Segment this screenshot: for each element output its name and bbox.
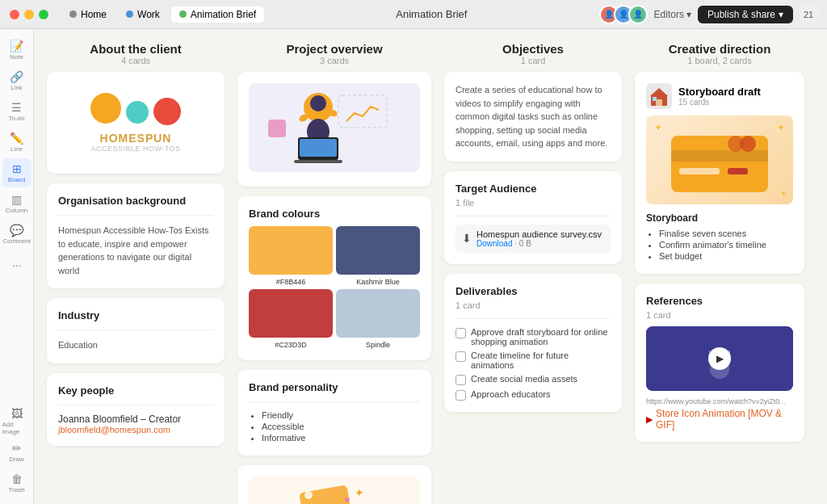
sidebar-item-draw[interactable]: ✏ Draw bbox=[2, 438, 31, 467]
sidebar-item-link[interactable]: 🔗 Link bbox=[2, 66, 31, 95]
swatch-wrapper-2: Kashmir Blue bbox=[336, 226, 420, 286]
personality-item-2: Accessible bbox=[262, 422, 420, 431]
sidebar-item-comment[interactable]: 💬 Comment bbox=[2, 220, 31, 249]
svg-rect-7 bbox=[300, 139, 337, 157]
personality-item-1: Friendly bbox=[262, 410, 420, 420]
check-item-3: Create social media assets bbox=[455, 374, 611, 385]
storyboard-count: 15 cards bbox=[678, 98, 793, 107]
star-bottom-right: ✦ bbox=[780, 189, 787, 198]
deliverables-title: Deliverables bbox=[455, 285, 611, 297]
industry-card[interactable]: Industry Education bbox=[47, 298, 225, 363]
column-header-project-overview: Project overview 3 cards bbox=[237, 42, 431, 65]
storyboard-thumbnail bbox=[646, 83, 672, 109]
key-people-card[interactable]: Key people Joanna Bloomfield – Creator j… bbox=[47, 373, 225, 446]
column-project-overview: Project overview 3 cards bbox=[237, 42, 431, 491]
sidebar-item-more[interactable]: ··· bbox=[2, 250, 31, 279]
check-label-2: Create timeline for future animations bbox=[471, 351, 611, 370]
column-header-about-client: About the client 4 cards bbox=[47, 42, 225, 65]
trash-icon: 🗑 bbox=[11, 473, 23, 485]
column-header-creative-direction: Creative direction 1 board, 2 cards bbox=[635, 42, 804, 65]
storyboard-bullets: Finalise seven scenes Confirm animator's… bbox=[646, 229, 793, 261]
sidebar-item-trash[interactable]: 🗑 Trash bbox=[2, 468, 31, 498]
tab-dot-work bbox=[126, 10, 133, 18]
storyboard-card[interactable]: Storyboard draft 15 cards ✦ ✦ ✦ bbox=[635, 72, 804, 274]
tab-home[interactable]: Home bbox=[61, 6, 115, 23]
tab-animation-brief[interactable]: Animation Brief bbox=[171, 6, 264, 23]
todo-icon: ☰ bbox=[11, 102, 22, 113]
swatch-label-blue: Kashmir Blue bbox=[336, 278, 420, 286]
sidebar-item-add-image[interactable]: 🖼 Add image bbox=[2, 407, 31, 436]
references-card[interactable]: References 1 card VIDEO ▶ https://www.yo… bbox=[635, 284, 804, 442]
swatch-grid: #F8B446 Kashmir Blue #C23D3D Spindle bbox=[249, 226, 420, 349]
storyboard-illustration: ✦ ✦ ✦ bbox=[646, 116, 793, 204]
org-background-card[interactable]: Organisation background Homespun Accessi… bbox=[47, 183, 225, 288]
personality-item-3: Informative bbox=[262, 433, 420, 443]
checkbox-3[interactable] bbox=[455, 375, 466, 385]
swatch-label-red: #C23D3D bbox=[249, 341, 333, 349]
brand-tagline: ACCESSIBLE HOW-TOS bbox=[90, 145, 180, 153]
circle-teal bbox=[126, 101, 149, 124]
board-icon: ⊞ bbox=[12, 163, 22, 174]
traffic-lights bbox=[10, 10, 48, 19]
download-link[interactable]: Download bbox=[476, 239, 512, 248]
brand-personality-card[interactable]: Brand personality Friendly Accessible In… bbox=[237, 370, 431, 456]
close-traffic-light[interactable] bbox=[10, 10, 19, 19]
svg-marker-18 bbox=[650, 88, 668, 96]
avatar-group: 👤 👤 👤 bbox=[599, 5, 648, 24]
column-icon: ▥ bbox=[11, 194, 22, 205]
video-title[interactable]: Store Icon Animation [MOV & GIF] bbox=[656, 408, 793, 430]
comment-icon: 💬 bbox=[10, 225, 23, 236]
sidebar-item-board[interactable]: ⊞ Board bbox=[2, 158, 31, 187]
storyboard-title: Storyboard draft bbox=[678, 86, 793, 98]
logo-card[interactable]: HOMESPUN ACCESSIBLE HOW-TOS bbox=[47, 72, 225, 174]
svg-rect-19 bbox=[656, 99, 662, 106]
brand-name: HOMESPUN bbox=[100, 132, 172, 145]
person-email[interactable]: jbloomfield@homespun.com bbox=[58, 425, 213, 435]
storyboard-bullet-1: Finalise seven scenes bbox=[659, 229, 793, 238]
sidebar-item-note[interactable]: 📝 Note bbox=[2, 36, 31, 65]
target-audience-card[interactable]: Target Audience 1 file ⬇ Homespun audien… bbox=[444, 171, 622, 264]
brand-personality-list: Friendly Accessible Informative bbox=[249, 410, 420, 443]
objectives-text-card[interactable]: Create a series of educational how to vi… bbox=[444, 72, 622, 162]
logo-area: HOMESPUN ACCESSIBLE HOW-TOS bbox=[58, 83, 213, 162]
storyboard-bullet-3: Set budget bbox=[659, 251, 793, 261]
credit-card-svg bbox=[663, 128, 776, 192]
deliverables-card[interactable]: Deliverables 1 card Approve draft storyb… bbox=[444, 274, 622, 412]
target-audience-subtitle: 1 file bbox=[455, 198, 611, 208]
play-button[interactable]: ▶ bbox=[708, 347, 731, 370]
fullscreen-traffic-light[interactable] bbox=[39, 10, 48, 19]
swatch-red bbox=[249, 289, 333, 338]
svg-rect-20 bbox=[653, 97, 657, 101]
project-overview-subtitle: 3 cards bbox=[237, 56, 431, 65]
sidebar-item-line[interactable]: ✏️ Line bbox=[2, 128, 31, 157]
add-image-icon: 🖼 bbox=[11, 408, 23, 419]
publish-share-button[interactable]: Publish & share ▾ bbox=[698, 6, 793, 23]
sidebar-item-todo[interactable]: ☰ To-do bbox=[2, 97, 31, 126]
file-attachment[interactable]: ⬇ Homespun audience survey.csv Download … bbox=[455, 225, 611, 253]
references-subtitle: 1 card bbox=[646, 310, 793, 320]
titlebar: Home Work Animation Brief Animation Brie… bbox=[0, 0, 827, 29]
checkbox-1[interactable] bbox=[455, 328, 466, 338]
brand-colours-card[interactable]: Brand colours #F8B446 Kashmir Blue #C23D… bbox=[237, 196, 431, 360]
minimize-traffic-light[interactable] bbox=[24, 10, 34, 19]
project-illustration-card[interactable] bbox=[237, 72, 431, 187]
discount-illustration-card[interactable]: % ✦ ✦ ✦ ♥ bbox=[237, 465, 431, 504]
about-client-subtitle: 4 cards bbox=[47, 56, 225, 65]
video-title-row: ▶ Store Icon Animation [MOV & GIF] bbox=[646, 408, 793, 430]
sidebar-item-column[interactable]: ▥ Column bbox=[2, 189, 31, 218]
objectives-subtitle: 1 card bbox=[444, 56, 622, 65]
project-illustration bbox=[249, 83, 420, 172]
link-icon: 🔗 bbox=[10, 71, 23, 82]
column-objectives: Objectives 1 card Create a series of edu… bbox=[444, 42, 622, 491]
checkbox-4[interactable] bbox=[455, 390, 466, 401]
deliverables-subtitle: 1 card bbox=[455, 300, 611, 310]
key-people-title: Key people bbox=[58, 384, 213, 397]
checkbox-2[interactable] bbox=[455, 351, 466, 362]
tab-work[interactable]: Work bbox=[118, 6, 168, 23]
industry-title: Industry bbox=[58, 309, 213, 321]
tab-dot-home bbox=[69, 10, 77, 18]
swatch-wrapper-3: #C23D3D bbox=[249, 289, 333, 349]
svg-rect-8 bbox=[294, 160, 342, 163]
storyboard-header: Storyboard draft 15 cards bbox=[646, 83, 793, 109]
editors-button[interactable]: Editors ▾ bbox=[654, 9, 691, 20]
